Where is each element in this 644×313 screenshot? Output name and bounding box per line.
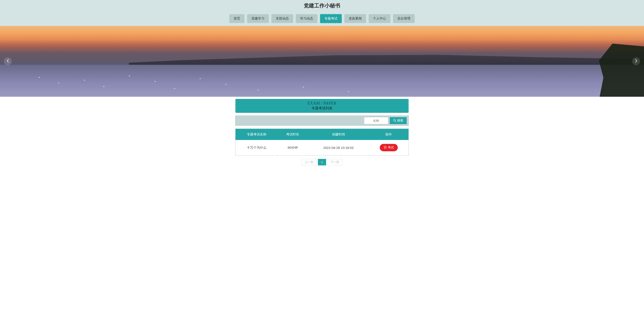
col-action: 操作 [369, 129, 409, 140]
section-title-cn: 专题考试列表 [236, 106, 408, 111]
search-button-label: 搜索 [397, 119, 403, 123]
col-name: 专题考试名称 [235, 129, 278, 140]
chevron-right-icon [635, 59, 638, 64]
cell-name: 十万个为什么 [235, 140, 278, 155]
hero-carousel [0, 26, 644, 97]
shield-check-icon [384, 146, 387, 150]
nav-exam[interactable]: 专题考试 [320, 14, 342, 23]
section-title-en: EXAM / PAPER [236, 101, 408, 106]
chevron-left-icon [6, 59, 9, 64]
main-nav: 首页 党建学习 支部动态 学习动态 专题考试 党政要闻 个人中心 后台管理 [0, 11, 644, 26]
cell-duration: 60分钟 [278, 140, 308, 155]
nav-branch-news[interactable]: 支部动态 [272, 14, 293, 23]
table-header-row: 专题考试名称 考试时长 创建时间 操作 [235, 129, 409, 140]
carousel-image [0, 26, 644, 97]
col-created: 创建时间 [308, 129, 369, 140]
search-bar: 搜索 [235, 115, 409, 126]
carousel-next-button[interactable] [632, 57, 640, 65]
table-row: 十万个为什么 60分钟 2022-04-28 10:18:53 考试 [235, 140, 409, 155]
cell-created: 2022-04-28 10:18:53 [308, 140, 369, 155]
nav-admin[interactable]: 后台管理 [393, 14, 415, 23]
page-title: 党建工作小秘书 [0, 0, 644, 11]
col-duration: 考试时长 [278, 129, 308, 140]
section-header: EXAM / PAPER 专题考试列表 [235, 99, 409, 113]
nav-profile[interactable]: 个人中心 [369, 14, 390, 23]
pagination-page-1[interactable]: 1 [318, 159, 326, 165]
nav-study[interactable]: 党建学习 [247, 14, 269, 23]
take-exam-button[interactable]: 考试 [380, 144, 398, 151]
cell-action: 考试 [369, 140, 409, 155]
pagination: 上一页 1 下一页 [235, 159, 409, 170]
nav-home[interactable]: 首页 [229, 14, 244, 23]
svg-line-1 [396, 121, 396, 122]
pagination-prev[interactable]: 上一页 [302, 159, 316, 165]
search-input[interactable] [364, 117, 388, 124]
exam-table: 专题考试名称 考试时长 创建时间 操作 十万个为什么 60分钟 2022-04-… [235, 128, 409, 156]
nav-study-news[interactable]: 学习动态 [296, 14, 318, 23]
carousel-prev-button[interactable] [4, 57, 12, 65]
search-icon [393, 119, 396, 123]
pagination-next[interactable]: 下一页 [328, 159, 342, 165]
take-exam-label: 考试 [388, 146, 394, 150]
search-button[interactable]: 搜索 [390, 117, 407, 124]
main-content: EXAM / PAPER 专题考试列表 搜索 专题考试名称 考试时长 创建时间 … [235, 99, 409, 170]
nav-party-news[interactable]: 党政要闻 [344, 14, 366, 23]
